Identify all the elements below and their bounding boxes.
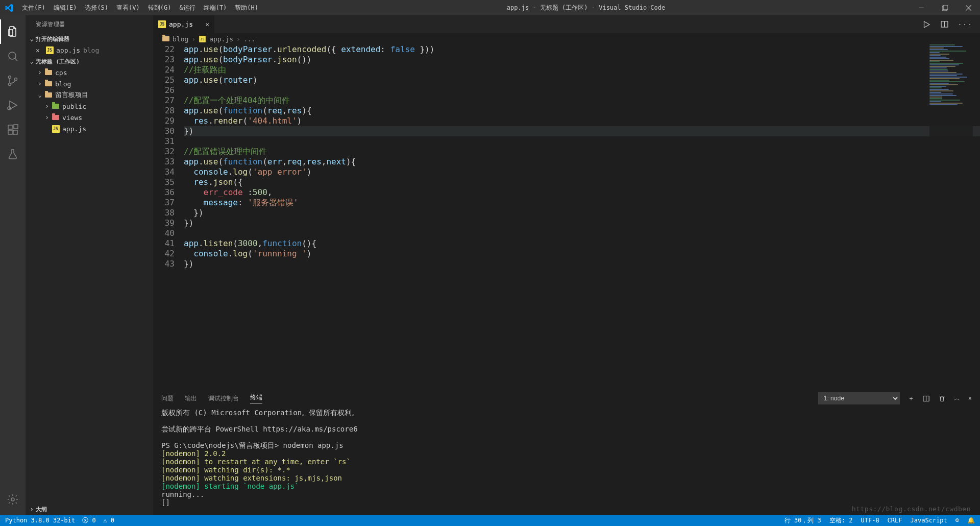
watermark: https://blog.csdn.net/cwdben [852,505,971,513]
tree-folder[interactable]: ›cps [26,67,153,78]
file-tree: ›cps›blog⌄留言板项目›public›viewsJSapp.js [26,67,153,134]
open-editor-item[interactable]: × JS app.js blog [26,44,153,56]
search-icon[interactable] [0,44,26,68]
status-language[interactable]: JavaScript [911,517,947,524]
outline-section[interactable]: ›大纲 [26,504,153,515]
js-file-icon: JS [52,125,60,133]
status-spaces[interactable]: 空格: 2 [829,516,853,525]
new-terminal-icon[interactable]: ＋ [908,394,914,403]
explorer-icon[interactable] [0,19,26,44]
chevron-icon: › [43,103,51,110]
terminal-output[interactable]: 版权所有 (C) Microsoft Corporation。保留所有权利。 尝… [153,407,980,515]
menu-run[interactable]: &运行 [175,4,199,12]
svg-rect-2 [943,5,948,10]
minimize-button[interactable] [910,0,933,15]
js-file-icon: JS [46,46,54,54]
tree-label: views [62,114,82,122]
tree-label: blog [55,80,71,88]
svg-rect-11 [14,125,18,129]
sidebar-title: 资源管理器 [26,15,153,33]
close-tab-icon[interactable]: × [205,20,209,28]
js-file-icon: JS [158,20,166,28]
chevron-icon: › [36,69,44,76]
menu-terminal[interactable]: 终端(T) [200,4,231,12]
tree-folder[interactable]: ⌄留言板项目 [26,89,153,101]
tree-folder[interactable]: ›public [26,101,153,112]
status-encoding[interactable]: UTF-8 [861,517,879,524]
run-debug-icon[interactable] [0,93,26,117]
svg-rect-9 [8,130,12,134]
split-terminal-icon[interactable] [922,395,930,402]
extensions-icon[interactable] [0,117,26,142]
open-editor-dir: blog [83,46,99,54]
tree-label: public [62,103,86,110]
panel-tab-debug[interactable]: 调试控制台 [208,394,239,403]
feedback-icon[interactable]: ☺ [955,517,959,524]
folder-icon [52,115,59,120]
svg-point-5 [9,83,11,86]
statusbar: Python 3.8.0 32-bit ⓧ 0 ⚠ 0 行 30，列 3 空格:… [0,515,980,526]
svg-point-4 [9,76,11,79]
panel-tab-problems[interactable]: 问题 [161,394,174,403]
close-panel-icon[interactable]: × [968,395,972,402]
testing-icon[interactable] [0,142,26,166]
status-ln-col[interactable]: 行 30，列 3 [785,516,821,525]
editor-tabs: JS app.js × ··· [153,15,980,33]
svg-point-12 [11,498,14,501]
split-editor-icon[interactable] [940,20,949,29]
maximize-button[interactable] [933,0,957,15]
tab-appjs[interactable]: JS app.js × [153,15,214,33]
status-errors[interactable]: ⓧ 0 ⚠ 0 [82,516,114,525]
tree-folder[interactable]: ›blog [26,78,153,89]
svg-rect-8 [8,125,12,129]
line-gutter: 2223242526272829303132333435363738394041… [153,44,184,390]
window-title: app.js - 无标题 (工作区) - Visual Studio Code [262,4,910,12]
panel-tab-output[interactable]: 输出 [185,394,197,403]
more-actions-icon[interactable]: ··· [958,20,973,28]
folder-icon [45,92,52,98]
breadcrumb[interactable]: blog› JS app.js› ... [153,33,980,44]
notifications-icon[interactable]: 🔔 [967,517,975,524]
status-eol[interactable]: CRLF [888,517,902,524]
menu-help[interactable]: 帮助(H) [231,4,262,12]
minimap[interactable] [929,44,973,390]
close-icon[interactable]: × [36,46,45,54]
folder-icon [52,104,59,109]
tree-label: app.js [62,125,86,133]
workspace-section[interactable]: ⌄无标题 (工作区) [26,56,153,67]
status-python[interactable]: Python 3.8.0 32-bit [5,517,75,524]
maximize-panel-icon[interactable]: ︿ [954,394,960,403]
menu-file[interactable]: 文件(F) [18,4,50,12]
titlebar: 文件(F) 编辑(E) 选择(S) 查看(V) 转到(G) &运行 终端(T) … [0,0,980,15]
folder-icon [45,70,52,75]
svg-rect-0 [919,8,924,8]
activity-bar [0,15,26,515]
menu-bar: 文件(F) 编辑(E) 选择(S) 查看(V) 转到(G) &运行 终端(T) … [18,4,262,12]
code-editor[interactable]: 2223242526272829303132333435363738394041… [153,44,980,390]
svg-rect-10 [13,130,17,134]
chevron-icon: › [43,114,51,121]
folder-icon [162,35,169,43]
settings-gear-icon[interactable] [0,487,26,512]
source-control-icon[interactable] [0,68,26,93]
tree-file[interactable]: JSapp.js [26,123,153,134]
menu-edit[interactable]: 编辑(E) [50,4,81,12]
svg-point-3 [9,52,16,59]
run-icon[interactable] [922,20,931,29]
menu-goto[interactable]: 转到(G) [144,4,176,12]
menu-select[interactable]: 选择(S) [81,4,112,12]
tree-label: 留言板项目 [55,90,88,100]
panel: 问题 输出 调试控制台 终端 1: node ＋ ︿ × 版权所有 (C) Mi… [153,390,980,515]
open-editors-section[interactable]: ⌄打开的编辑器 [26,33,153,44]
kill-terminal-icon[interactable] [938,395,946,402]
chevron-icon: ⌄ [36,91,44,99]
close-button[interactable] [957,0,980,15]
tree-folder[interactable]: ›views [26,112,153,123]
menu-view[interactable]: 查看(V) [112,4,144,12]
svg-point-6 [15,78,17,81]
folder-icon [45,81,52,86]
terminal-dropdown[interactable]: 1: node [818,392,900,404]
js-file-icon: JS [199,36,206,42]
panel-tab-terminal[interactable]: 终端 [250,393,262,403]
vscode-logo-icon [0,4,18,12]
